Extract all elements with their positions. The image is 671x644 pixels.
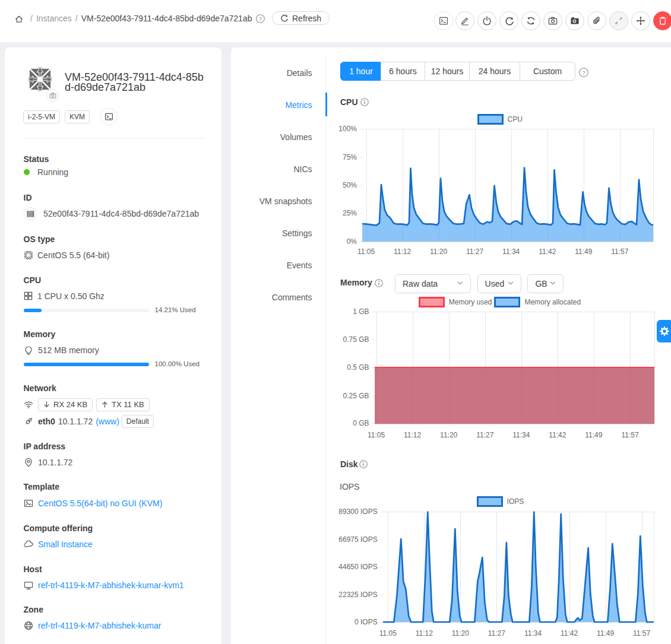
- svg-text:o: o: [574, 20, 575, 23]
- svg-text:?: ?: [259, 16, 262, 22]
- svg-text:?: ?: [582, 69, 585, 75]
